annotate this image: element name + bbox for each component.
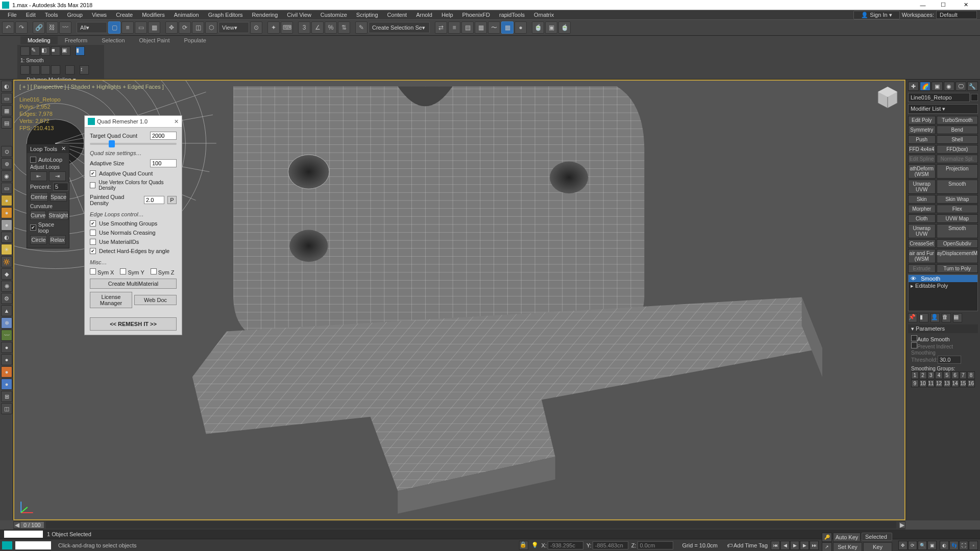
sg-button[interactable]: 7 <box>960 371 967 379</box>
keyboard-shortcut-button[interactable]: ⌨ <box>281 21 293 34</box>
sg-button[interactable]: 14 <box>951 380 959 387</box>
menu-content[interactable]: Content <box>383 12 412 18</box>
modifier-button[interactable]: Skin <box>908 195 936 204</box>
sg-button[interactable]: 11 <box>927 380 935 387</box>
qr-close-icon[interactable]: ✕ <box>174 118 179 125</box>
subobj-border-button[interactable]: ◧ <box>41 46 50 56</box>
menu-rendering[interactable]: Rendering <box>248 12 283 18</box>
modifier-button[interactable]: Symmetry <box>908 126 936 134</box>
undo-button[interactable]: ↶ <box>2 21 14 34</box>
nav-maximize-button[interactable]: ⛶ <box>959 541 968 550</box>
create-multimaterial-button[interactable]: Create MultiMaterial <box>90 279 177 289</box>
close-button[interactable]: ✕ <box>953 0 978 10</box>
adjust-left-button[interactable]: ⇤ <box>30 171 47 181</box>
y-input[interactable] <box>593 541 628 549</box>
l-icon-16[interactable]: ❋ <box>1 281 12 292</box>
pqd-p-button[interactable]: P <box>167 196 177 204</box>
menu-scripting[interactable]: Scripting <box>352 12 383 18</box>
l-icon-3[interactable]: ▦ <box>1 105 12 116</box>
space-button[interactable]: Space <box>50 192 67 202</box>
detect-hard-edges-checkbox[interactable] <box>90 248 96 254</box>
parameters-rollout-header[interactable]: ▾ Parameters <box>908 324 978 333</box>
adjust-right-button[interactable]: ⇥ <box>49 171 66 181</box>
l-icon-1[interactable]: ◐ <box>1 81 12 92</box>
l-icon-24[interactable]: ● <box>1 379 12 390</box>
use-center-button[interactable]: ⊙ <box>250 21 262 34</box>
redo-button[interactable]: ↷ <box>15 21 28 34</box>
sg-button[interactable]: 6 <box>951 371 959 379</box>
schematic-view-button[interactable]: ▦ <box>501 21 513 34</box>
time-slider[interactable] <box>46 521 896 529</box>
menu-civilview[interactable]: Civil View <box>282 12 315 18</box>
scale-button[interactable]: ◫ <box>192 21 204 34</box>
placement-button[interactable]: ⬡ <box>205 21 217 34</box>
stack-editable-poly[interactable]: ▸ Editable Poly <box>909 282 977 290</box>
viewcube-icon[interactable] <box>875 85 900 110</box>
l-icon-17[interactable]: ⚙ <box>1 293 12 304</box>
frame-indicator[interactable]: 0 / 100 <box>20 522 44 528</box>
autokey-button[interactable]: Auto Key <box>833 533 861 542</box>
l-icon-10[interactable]: ● <box>1 207 12 218</box>
modifier-button[interactable]: UVW Map <box>937 214 978 223</box>
subobj-element-button[interactable]: ▣ <box>61 46 70 56</box>
modifier-button[interactable]: Unwrap UVW <box>908 180 936 194</box>
menu-customize[interactable]: Customize <box>316 12 352 18</box>
layer-explorer-button[interactable]: ▤ <box>461 21 474 34</box>
license-manager-button[interactable]: License Manager <box>90 292 132 308</box>
curve-button[interactable]: Curve <box>30 211 46 220</box>
ribbon-tab-freeform[interactable]: Freeform <box>58 36 95 44</box>
symx-checkbox[interactable] <box>90 268 96 274</box>
angle-snap-button[interactable]: ∠ <box>311 21 324 34</box>
selection-filter-dropdown[interactable]: All ▾ <box>77 22 107 33</box>
time-tag-icon[interactable]: 🏷 <box>727 542 732 548</box>
x-input[interactable] <box>548 541 583 549</box>
render-setup-button[interactable]: 🍵 <box>532 21 544 34</box>
l-icon-12[interactable]: ◐ <box>1 232 12 243</box>
menu-ornatrix[interactable]: Ornatrix <box>529 12 558 18</box>
stack-unique-button[interactable]: 👤 <box>930 313 940 322</box>
modifier-button[interactable]: Shell <box>937 135 978 144</box>
snap-toggle-button[interactable]: 3 <box>298 21 310 34</box>
relax-button[interactable]: Relax <box>49 235 66 244</box>
nav-fov-button[interactable]: ◐ <box>940 541 949 550</box>
material-editor-button[interactable]: ● <box>514 21 527 34</box>
menu-edit[interactable]: Edit <box>21 12 40 18</box>
key-target-dropdown[interactable]: Selected <box>862 533 892 541</box>
sg-button[interactable]: 4 <box>935 371 943 379</box>
modifier-button[interactable]: FFD(box) <box>937 145 978 154</box>
modifier-button[interactable]: Skin Wrap <box>937 195 978 204</box>
goto-end-button[interactable]: ⏭ <box>810 541 819 550</box>
cptab-display[interactable]: 🖵 <box>955 82 966 91</box>
spaceloop-checkbox[interactable] <box>30 224 36 231</box>
sg-button[interactable]: 10 <box>919 380 927 387</box>
nav-pan-button[interactable]: ✥ <box>898 541 908 550</box>
window-crossing-button[interactable]: ▦ <box>148 21 160 34</box>
sg-button[interactable]: 1 <box>911 371 919 379</box>
menu-create[interactable]: Create <box>111 12 137 18</box>
l-icon-22[interactable]: ● <box>1 354 12 365</box>
ribbon-tab-objectpaint[interactable]: Object Paint <box>132 36 177 44</box>
l-icon-5[interactable]: ⊙ <box>1 146 12 157</box>
cptab-utilities[interactable]: 🔧 <box>967 82 978 91</box>
l-icon-25[interactable]: ⊞ <box>1 391 12 402</box>
menu-help[interactable]: Help <box>437 12 458 18</box>
select-manipulate-button[interactable]: ✦ <box>267 21 280 34</box>
menu-arnold[interactable]: Arnold <box>411 12 437 18</box>
nav-zoom-button[interactable]: 🔍 <box>918 541 927 550</box>
timeline-right-button[interactable]: ▶ <box>898 521 905 529</box>
stack-pin-button[interactable]: 📌 <box>908 313 917 322</box>
pqd-input[interactable] <box>144 196 164 204</box>
menu-grapheditors[interactable]: Graph Editors <box>204 12 248 18</box>
l-icon-2[interactable]: ▭ <box>1 93 12 104</box>
rbtn-5[interactable] <box>65 65 75 74</box>
rbtn-2[interactable] <box>31 65 40 74</box>
nav-zoom-extents-button[interactable]: ▣ <box>927 541 937 550</box>
stack-smooth[interactable]: 👁 Smooth <box>909 275 977 282</box>
l-icon-6[interactable]: ⊕ <box>1 158 12 169</box>
rendered-frame-button[interactable]: ▣ <box>545 21 557 34</box>
l-icon-23[interactable]: ● <box>1 366 12 378</box>
prev-frame-button[interactable]: ◀ <box>780 541 790 550</box>
select-object-button[interactable]: ▢ <box>108 21 120 34</box>
modifier-button[interactable]: TurboSmooth <box>937 116 978 124</box>
modifier-button[interactable]: Cloth <box>908 214 936 223</box>
